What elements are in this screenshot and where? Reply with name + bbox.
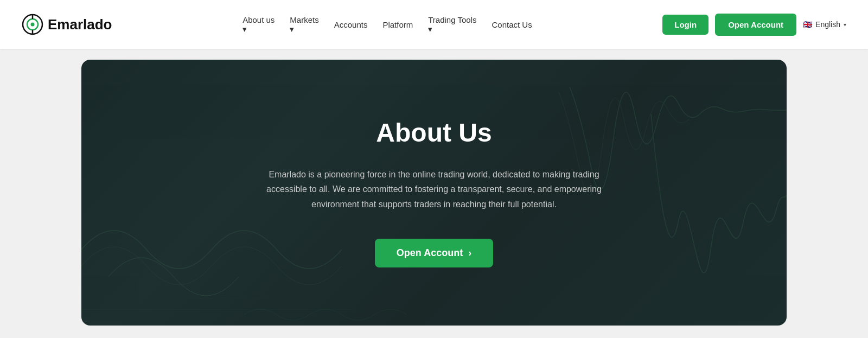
open-account-label: Open Account [397, 247, 463, 259]
hero-section: About Us Emarlado is a pioneering force … [81, 60, 787, 326]
nav-label-contact: Contact Us [492, 20, 532, 29]
flag-icon: 🇬🇧 [803, 20, 812, 29]
nav-item-accounts[interactable]: Accounts [334, 20, 368, 29]
svg-point-2 [31, 23, 35, 27]
open-account-button-nav[interactable]: Open Account [715, 14, 796, 36]
logo-icon [22, 14, 43, 35]
chevron-down-icon: ▾ [290, 24, 318, 34]
nav-item-platform[interactable]: Platform [382, 20, 413, 29]
chevron-down-icon: ▾ [428, 24, 476, 34]
nav-item-markets[interactable]: Markets ▾ [290, 15, 318, 34]
main-content: About Us Emarlado is a pioneering force … [0, 49, 868, 338]
nav-label-trading-tools: Trading Tools [428, 15, 476, 24]
chevron-down-icon: ▾ [242, 24, 275, 34]
nav-links: About us ▾ Markets ▾ Accounts Platform T… [242, 15, 532, 34]
chevron-down-icon: ▾ [844, 22, 846, 28]
nav-label-markets: Markets [290, 15, 318, 24]
language-label: English [815, 20, 840, 29]
arrow-right-icon: › [468, 247, 471, 259]
hero-content: About Us Emarlado is a pioneering force … [250, 118, 618, 267]
brand-name: Emarlado [48, 16, 112, 33]
brand-logo[interactable]: Emarlado [22, 14, 112, 35]
hero-title: About Us [250, 118, 618, 148]
hero-description: Emarlado is a pioneering force in the on… [250, 167, 618, 212]
nav-label-about: About us [242, 15, 275, 24]
login-button[interactable]: Login [662, 15, 709, 35]
navbar: Emarlado About us ▾ Markets ▾ Accounts P… [0, 0, 868, 49]
nav-item-trading-tools[interactable]: Trading Tools ▾ [428, 15, 476, 34]
nav-label-platform: Platform [382, 20, 413, 29]
language-selector[interactable]: 🇬🇧 English ▾ [803, 20, 846, 29]
nav-item-contact[interactable]: Contact Us [492, 20, 532, 29]
nav-label-accounts: Accounts [334, 20, 368, 29]
nav-right: Login Open Account 🇬🇧 English ▾ [662, 14, 846, 36]
nav-item-about[interactable]: About us ▾ [242, 15, 275, 34]
open-account-button-hero[interactable]: Open Account › [375, 239, 493, 267]
